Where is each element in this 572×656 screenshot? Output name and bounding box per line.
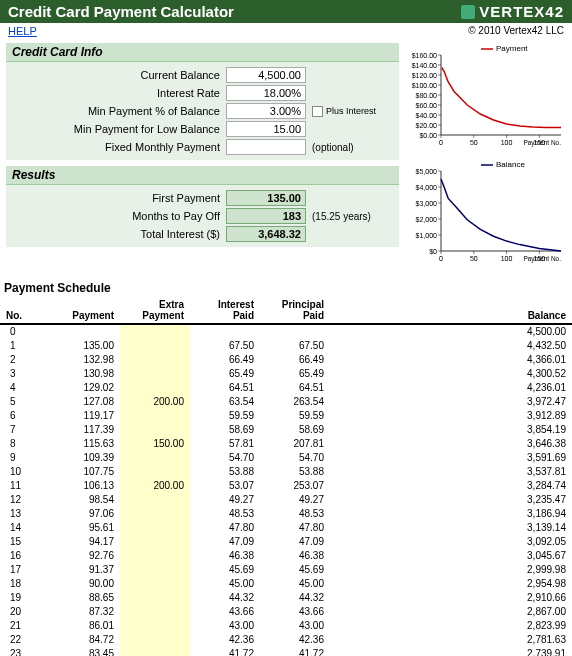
balance-chart: $0$1,000$2,000$3,000$4,000$5,00005010015… [405, 157, 565, 267]
table-row: 4129.0264.5164.514,236.01 [0, 380, 572, 394]
table-row: 8115.63150.0057.81207.813,646.38 [0, 436, 572, 450]
table-row: 6119.1759.5959.593,912.89 [0, 408, 572, 422]
table-row: 2087.3243.6643.662,867.00 [0, 604, 572, 618]
schedule-table: No. Payment Extra Payment Interest Paid … [0, 297, 572, 656]
svg-text:0: 0 [439, 255, 443, 262]
logo-icon [461, 5, 475, 19]
svg-text:$60.00: $60.00 [416, 102, 438, 109]
plus-interest-checkbox[interactable] [312, 106, 323, 117]
svg-text:$80.00: $80.00 [416, 92, 438, 99]
table-row: 1890.0045.0045.002,954.98 [0, 576, 572, 590]
fixed-label: Fixed Monthly Payment [6, 141, 226, 153]
months-value: 183 [226, 208, 306, 224]
svg-text:$2,000: $2,000 [416, 216, 438, 223]
svg-text:0: 0 [439, 139, 443, 146]
help-link[interactable]: HELP [8, 25, 37, 37]
svg-text:$20.00: $20.00 [416, 122, 438, 129]
results-header: Results [6, 166, 399, 185]
rate-input[interactable] [226, 85, 306, 101]
svg-text:$40.00: $40.00 [416, 112, 438, 119]
col-interest: Interest Paid [190, 297, 260, 324]
table-row: 2383.4541.7241.722,739.91 [0, 646, 572, 656]
svg-text:$160.00: $160.00 [412, 52, 437, 59]
table-row: 2132.9866.4966.494,366.01 [0, 352, 572, 366]
logo-text: VERTEX42 [479, 3, 564, 20]
months-label: Months to Pay Off [6, 210, 226, 222]
info-header: Credit Card Info [6, 43, 399, 62]
first-payment-value: 135.00 [226, 190, 306, 206]
optional-note: (optional) [306, 142, 354, 153]
svg-text:$3,000: $3,000 [416, 200, 438, 207]
col-balance: Balance [330, 297, 572, 324]
svg-text:$4,000: $4,000 [416, 184, 438, 191]
payment-chart: $0.00$20.00$40.00$60.00$80.00$100.00$120… [405, 41, 565, 151]
rate-label: Interest Rate [6, 87, 226, 99]
minlow-label: Min Payment for Low Balance [6, 123, 226, 135]
table-row: 7117.3958.6958.693,854.19 [0, 422, 572, 436]
table-row: 2284.7242.3642.362,781.63 [0, 632, 572, 646]
svg-text:$5,000: $5,000 [416, 168, 438, 175]
svg-text:$0: $0 [429, 248, 437, 255]
table-row: 1135.0067.5067.504,432.50 [0, 338, 572, 352]
table-row: 10107.7553.8853.883,537.81 [0, 464, 572, 478]
svg-text:Payment: Payment [496, 44, 528, 53]
info-box: Current Balance Interest Rate Min Paymen… [6, 62, 399, 160]
table-row: 1594.1747.0947.093,092.05 [0, 534, 572, 548]
svg-text:$1,000: $1,000 [416, 232, 438, 239]
years-note: (15.25 years) [306, 211, 371, 222]
table-row: 11106.13200.0053.07253.073,284.74 [0, 478, 572, 492]
minpct-input[interactable] [226, 103, 306, 119]
table-row: 5127.08200.0063.54263.543,972.47 [0, 394, 572, 408]
app-title: Credit Card Payment Calculator [8, 3, 234, 20]
svg-text:Payment No.: Payment No. [523, 139, 561, 147]
table-row: 1692.7646.3846.383,045.67 [0, 548, 572, 562]
table-row: 1988.6544.3244.322,910.66 [0, 590, 572, 604]
results-box: First Payment 135.00 Months to Pay Off 1… [6, 185, 399, 247]
vertex-logo: VERTEX42 [461, 3, 564, 20]
sub-bar: HELP © 2010 Vertex42 LLC [0, 23, 572, 39]
total-interest-label: Total Interest ($) [6, 228, 226, 240]
total-interest-value: 3,648.32 [226, 226, 306, 242]
svg-text:100: 100 [501, 139, 513, 146]
table-row: 2186.0143.0043.002,823.99 [0, 618, 572, 632]
plus-interest-label: Plus Interest [326, 106, 376, 116]
svg-text:$140.00: $140.00 [412, 62, 437, 69]
minlow-input[interactable] [226, 121, 306, 137]
title-bar: Credit Card Payment Calculator VERTEX42 [0, 0, 572, 23]
svg-text:$120.00: $120.00 [412, 72, 437, 79]
svg-text:$0.00: $0.00 [419, 132, 437, 139]
col-principal: Principal Paid [260, 297, 330, 324]
fixed-input[interactable] [226, 139, 306, 155]
balance-input[interactable] [226, 67, 306, 83]
svg-text:Balance: Balance [496, 160, 525, 169]
table-row: 1298.5449.2749.273,235.47 [0, 492, 572, 506]
table-row: 1791.3745.6945.692,999.98 [0, 562, 572, 576]
svg-text:50: 50 [470, 139, 478, 146]
svg-text:100: 100 [501, 255, 513, 262]
schedule-title: Payment Schedule [0, 273, 572, 297]
balance-label: Current Balance [6, 69, 226, 81]
svg-text:50: 50 [470, 255, 478, 262]
svg-text:Payment No.: Payment No. [523, 255, 561, 263]
col-no: No. [0, 297, 40, 324]
copyright-text: © 2010 Vertex42 LLC [468, 25, 564, 37]
table-row: 9109.3954.7054.703,591.69 [0, 450, 572, 464]
table-row: 3130.9865.4965.494,300.52 [0, 366, 572, 380]
table-row: 1397.0648.5348.533,186.94 [0, 506, 572, 520]
minpct-label: Min Payment % of Balance [6, 105, 226, 117]
first-payment-label: First Payment [6, 192, 226, 204]
table-row: 1495.6147.8047.803,139.14 [0, 520, 572, 534]
table-row: 04,500.00 [0, 324, 572, 338]
svg-text:$100.00: $100.00 [412, 82, 437, 89]
col-extra: Extra Payment [120, 297, 190, 324]
col-payment: Payment [40, 297, 120, 324]
